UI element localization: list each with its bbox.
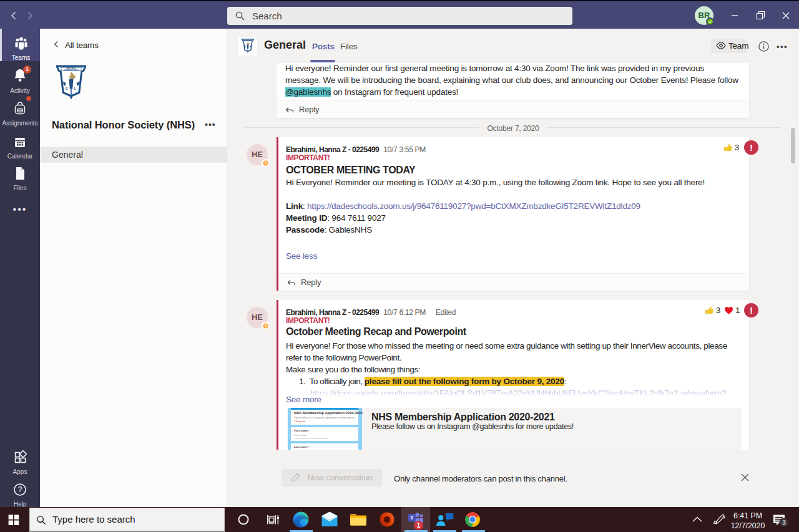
svg-text:T: T (410, 515, 414, 521)
svg-text:L: L (74, 87, 77, 90)
svg-text:?: ? (18, 485, 22, 494)
svg-text:HONOR SOCIETY: HONOR SOCIETY (64, 69, 79, 72)
svg-text:3: 3 (782, 520, 786, 526)
svg-text:S: S (66, 87, 68, 90)
